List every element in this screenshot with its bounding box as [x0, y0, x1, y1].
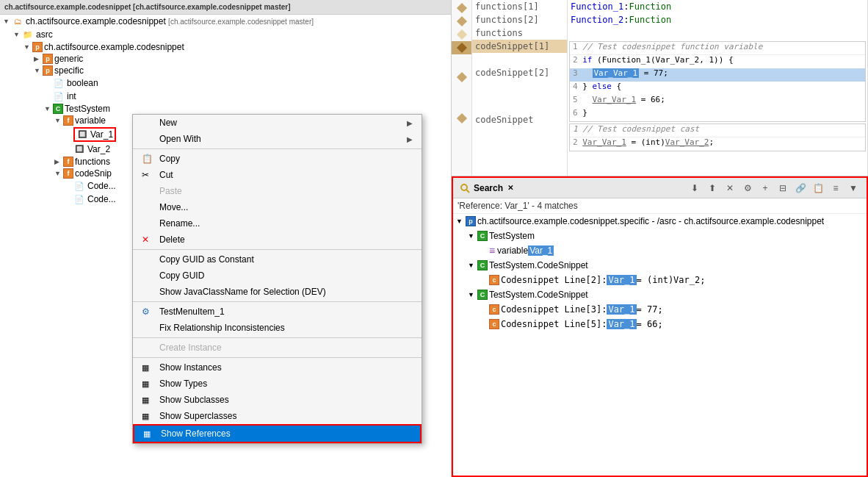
search-expand-btn[interactable]: + [758, 181, 773, 196]
folder-icon: f [63, 157, 73, 167]
menu-delete[interactable]: ✕ Delete [133, 232, 422, 248]
search-next-btn[interactable]: ⬆ [705, 181, 720, 196]
class-result-icon: C [477, 260, 488, 270]
tree-item-label: variable [75, 115, 106, 126]
code-result-icon: c [489, 275, 499, 285]
tree-item[interactable]: p generic [0, 53, 451, 65]
subclasses-icon: ▦ [142, 395, 156, 405]
variable-icon: 🔲 [76, 129, 88, 140]
menu-copy-guid[interactable]: Copy GUID [133, 268, 422, 284]
gutter-row [452, 28, 471, 41]
menu-copy-guid-constant[interactable]: Copy GUID as Constant [133, 251, 422, 268]
tree-item[interactable]: 📄 boolean [0, 76, 451, 90]
menu-show-instances[interactable]: ▦ Show Instances [133, 359, 422, 376]
code-line: 2 Var_Var_1 = (int)Var_Var_2; [570, 137, 865, 151]
search-result-line2[interactable]: ▼ c Codesnippet Line[2]: Var_1 = (int)Va… [453, 273, 867, 287]
search-result-line3[interactable]: ▼ c Codesnippet Line[3]: Var_1 = 77; [453, 302, 867, 317]
code-line: 5 Var_Var_1 = 66; [570, 95, 865, 108]
prop-label: functions[2] [472, 13, 567, 26]
gutter-row-selected [452, 41, 471, 54]
menu-fix-relationship[interactable]: Fix Relationship Inconsistencies [133, 320, 422, 336]
search-result-testsystem[interactable]: ▼ C TestSystem [453, 229, 867, 243]
code-line: 6 } [570, 108, 865, 121]
menu-show-references[interactable]: ▦ Show References [133, 424, 422, 443]
menu-new[interactable]: New ▶ [133, 115, 422, 131]
tree-item-label: functions [75, 157, 110, 167]
menu-copy[interactable]: 📋 Copy [133, 151, 422, 167]
gutter-row-empty [452, 84, 471, 97]
menu-item-label: Show JavaClassName for Selection (DEV) [159, 287, 413, 297]
search-prev-btn[interactable]: ⬇ [687, 181, 702, 196]
menu-show-superclasses[interactable]: ▦ Show Superclasses [133, 408, 422, 424]
tree-item[interactable]: p ch.actifsource.example.codesnippet [0, 41, 451, 53]
menu-item-label: Copy [159, 154, 413, 164]
search-result-codesnippet2[interactable]: ▼ C TestSystem.CodeSnippet [453, 287, 867, 302]
menu-rename[interactable]: Rename... [133, 215, 422, 232]
menu-item-label: Create Instance [159, 342, 413, 353]
expand-arrow [23, 43, 32, 51]
menu-item-label: Rename... [159, 218, 413, 229]
search-result-project[interactable]: ▼ p ch.actifsource.example.codesnippet.s… [453, 214, 867, 229]
tree-view: ch.actifsource.example.codesnippet [ch.a… [0, 0, 451, 477]
class-result-icon: C [477, 231, 488, 241]
search-view-btn[interactable]: ▼ [846, 181, 861, 196]
menu-item-label: New [159, 118, 407, 128]
package-icon: p [43, 54, 53, 64]
menu-move[interactable]: Move... [133, 199, 422, 215]
menu-testmenuitem[interactable]: ⚙ TestMenuItem_1 [133, 304, 422, 320]
menu-paste[interactable]: Paste [133, 183, 422, 199]
tree-item[interactable]: 🗂 ch.actifsource.example.codesnippet [ch… [0, 15, 451, 28]
tree-item[interactable]: 📄 int [0, 90, 451, 103]
variable-result-icon: ≡ [489, 245, 495, 257]
tree-item-label: Var_2 [87, 144, 110, 154]
search-link-btn[interactable]: 🔗 [793, 181, 808, 196]
gutter-row [452, 1, 471, 15]
gutter-diamond [456, 113, 466, 123]
search-menu-btn[interactable]: ≡ [828, 181, 843, 196]
search-collapse-btn[interactable]: ⊟ [775, 181, 790, 196]
search-tab-label: Search [474, 183, 503, 193]
instances-icon: ▦ [142, 363, 156, 373]
search-header: Search ✕ ⬇ ⬆ ✕ ⚙ + ⊟ 🔗 📋 ≡ ▼ [453, 178, 867, 198]
expand-arrow [54, 158, 63, 165]
result-after: = (int)Var_2; [637, 275, 706, 285]
menu-show-javaclassname[interactable]: Show JavaClassName for Selection (DEV) [133, 284, 422, 300]
menu-open-with[interactable]: Open With ▶ [133, 131, 422, 147]
gutter-diamond-light [456, 29, 466, 40]
tree-item[interactable]: C TestSystem [0, 103, 451, 115]
tree-item[interactable]: 📁 asrc [0, 28, 451, 41]
package-icon: p [32, 42, 43, 52]
menu-show-types[interactable]: ▦ Show Types [133, 376, 422, 392]
search-tab-close[interactable]: ✕ [507, 184, 513, 192]
search-result-line5[interactable]: ▼ c Codesnippet Line[5]: Var_1 = 66; [453, 317, 867, 331]
search-copy-btn[interactable]: 📋 [811, 181, 825, 196]
menu-cut[interactable]: ✂ Cut [133, 167, 422, 183]
folder-icon: f [63, 168, 73, 179]
search-cancel-btn[interactable]: ✕ [723, 181, 737, 196]
expand-arrow [34, 55, 43, 62]
search-result-codesnippet1[interactable]: ▼ C TestSystem.CodeSnippet [453, 258, 867, 273]
menu-item-label: Show References [161, 428, 411, 439]
prop-label: functions [472, 26, 567, 40]
search-result-variable[interactable]: ▼ ≡ variable Var_1 [453, 243, 867, 258]
menu-item-label: Show Types [159, 379, 413, 389]
prop-value: Function_1 : Function [568, 0, 867, 13]
tree-item[interactable]: p specific [0, 65, 451, 76]
result-highlight: Var_1 [528, 245, 554, 256]
prop-label: codeSnippet [472, 113, 567, 126]
result-label: TestSystem [489, 231, 535, 241]
code-line: 1 // Test codesnippet function variable [570, 42, 865, 55]
cut-icon: ✂ [142, 170, 156, 180]
menu-show-subclasses[interactable]: ▦ Show Subclasses [133, 392, 422, 408]
spacer [472, 79, 567, 93]
search-settings-btn[interactable]: ⚙ [740, 181, 755, 196]
menu-item-label: Show Subclasses [159, 395, 413, 405]
result-label: TestSystem.CodeSnippet [489, 260, 588, 270]
delete-icon: ✕ [142, 234, 156, 245]
gutter-row [452, 112, 471, 125]
file-icon: 📄 [53, 90, 65, 102]
collapse-arrow: ▼ [468, 232, 474, 240]
menu-item-label: Show Instances [159, 362, 413, 373]
menu-create-instance[interactable]: Create Instance [133, 340, 422, 356]
project-result-icon: p [466, 216, 476, 226]
